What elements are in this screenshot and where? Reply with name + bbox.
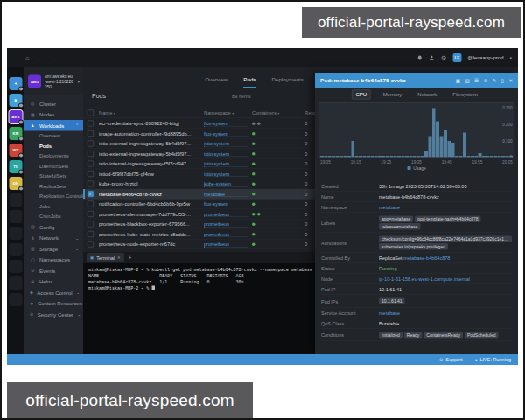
terminal-tab-close-icon[interactable]: ✕	[117, 256, 121, 260]
metrics-tab-cpu[interactable]: CPU	[352, 90, 371, 100]
row-checkbox[interactable]	[88, 161, 94, 167]
sidebar-item-security-center[interactable]: ⊘Security Center⌄	[24, 309, 83, 320]
sidebar-subitem-overview[interactable]: Overview	[24, 131, 83, 142]
terminal-tab[interactable]: ▣ Terminal ✕	[87, 253, 124, 262]
sidebar-subitem-daemonsets[interactable]: DaemonSets	[24, 161, 83, 172]
home-icon[interactable]: ⌂	[25, 54, 30, 61]
row-checkbox[interactable]	[88, 130, 94, 136]
namespace-link[interactable]: istio-system	[204, 150, 248, 157]
tab-deployments[interactable]: Deployments	[271, 77, 303, 88]
column-header-namespace[interactable]: Namespace▾	[204, 110, 248, 116]
sidebar-item-events[interactable]: ⊙Events	[24, 265, 83, 276]
settings-gear-icon[interactable]: ⚙	[441, 54, 447, 61]
sidebar-item-config[interactable]: ▤Config⌄	[24, 221, 83, 233]
hotbar-cluster-[interactable]: ✦	[10, 77, 23, 90]
detail-link[interactable]: metabase-b4b64c878	[403, 256, 450, 261]
column-header-containers[interactable]: Containers▾	[252, 110, 300, 116]
row-checkbox[interactable]	[88, 221, 94, 228]
hotbar-empty-slot[interactable]	[10, 276, 23, 290]
hotbar-empty-slot[interactable]	[10, 193, 23, 206]
hotbar-cluster-dd[interactable]: DD	[10, 177, 23, 190]
namespace-link[interactable]: istio-system	[204, 141, 248, 147]
live-status[interactable]: ● LIVE: Running	[475, 357, 511, 362]
namespace-link[interactable]: metabase	[204, 191, 248, 197]
hotbar-cluster-aw1[interactable]: AW1	[10, 110, 23, 123]
new-terminal-button[interactable]: +	[129, 255, 132, 262]
sidebar-subitem-pods[interactable]: Pods	[24, 141, 83, 151]
sidebar-subitem-cronjobs[interactable]: CronJobs	[24, 212, 83, 222]
metrics-tab-filesystem[interactable]: Filesystem	[449, 90, 481, 99]
sidebar-item-nodes[interactable]: ▦Nodes	[24, 109, 83, 121]
column-header-name[interactable]: Name▾	[99, 110, 200, 116]
account-name[interactable]: @lensapp-prod	[467, 55, 503, 61]
account-caret-icon[interactable]: ▾	[509, 55, 512, 60]
row-checkbox[interactable]	[88, 211, 94, 217]
account-avatar[interactable]: LE	[452, 53, 461, 62]
hotbar-empty-slot[interactable]	[10, 260, 23, 273]
row-checkbox[interactable]	[88, 181, 94, 187]
back-icon[interactable]: ←	[37, 54, 44, 61]
close-icon[interactable]: ✕	[508, 77, 513, 83]
namespace-link[interactable]: prometheus	[204, 221, 248, 228]
namespace-link[interactable]: flux-system	[204, 130, 248, 136]
detail-link[interactable]: metabase	[379, 205, 400, 210]
sidebar-subitem-replicasets[interactable]: ReplicaSets	[24, 181, 83, 192]
namespace-link[interactable]: prometheus	[204, 242, 248, 248]
sidebar-item-namespaces[interactable]: ▢Namespaces	[24, 255, 83, 266]
sidebar-item-workloads[interactable]: ▲Workloads⌃	[24, 120, 83, 131]
user-icon[interactable]	[429, 55, 435, 61]
shell-icon[interactable]: ▤	[466, 77, 470, 83]
sidebar-item-storage[interactable]: ▥Storage⌄	[24, 243, 83, 255]
notifications-bell-icon[interactable]	[417, 55, 424, 61]
tab-overview[interactable]: Overview	[205, 77, 228, 88]
row-checkbox[interactable]: ✓	[88, 191, 94, 197]
sidebar-item-helm[interactable]: ⊛Helm⌄	[24, 276, 83, 288]
support-button[interactable]: ⊙ Support	[439, 357, 462, 362]
sidebar-subitem-replication-controllers[interactable]: Replication Controllers	[24, 192, 83, 202]
metrics-tab-network[interactable]: Network	[414, 90, 440, 99]
namespace-link[interactable]: istio-system	[204, 161, 248, 167]
pod-details-titlebar: Pod: metabase-b4b64c878-cvvkz ▣▤☰⊙✎▯✕	[315, 73, 518, 88]
forward-icon[interactable]: →	[50, 54, 57, 61]
sidebar-subitem-deployments[interactable]: Deployments	[24, 151, 83, 162]
delete-icon[interactable]: ▯	[501, 77, 504, 83]
sidebar-item-label: Network	[39, 234, 59, 241]
row-checkbox[interactable]	[88, 231, 94, 237]
namespace-link[interactable]: flux-system	[204, 121, 248, 127]
hotbar-cluster-km[interactable]: KM	[10, 127, 23, 140]
select-all-checkbox[interactable]	[88, 109, 94, 116]
cluster-selector[interactable]: AW1 arn:aws:eks:eu-west-1:210226350... ▾	[24, 67, 83, 95]
hotbar-cluster-te[interactable]: TE	[10, 160, 23, 173]
metrics-tab-memory[interactable]: Memory	[380, 90, 406, 99]
sidebar-item-custom-resources[interactable]: ❖Custom Resources⌄	[24, 298, 83, 310]
edit-icon[interactable]: ✎	[493, 77, 497, 83]
hotbar-cluster-wt[interactable]: WT	[10, 144, 23, 157]
hotbar-empty-slot[interactable]	[10, 243, 23, 256]
namespace-link[interactable]: prometheus	[204, 231, 248, 237]
sidebar-item-cluster[interactable]: ◎Cluster	[24, 98, 83, 109]
sidebar-subitem-statefulsets[interactable]: StatefulSets	[24, 172, 83, 182]
detail-link[interactable]: ip-10-1-61-158.eu-west-1.compute.interna…	[379, 276, 470, 282]
row-checkbox[interactable]	[88, 201, 94, 207]
row-checkbox[interactable]	[88, 150, 94, 157]
namespace-link[interactable]: kube-system	[204, 181, 248, 187]
attach-icon[interactable]: ▣	[456, 77, 460, 83]
detail-link[interactable]: metabase	[379, 311, 400, 316]
logs-icon[interactable]: ☰	[474, 77, 479, 83]
row-checkbox[interactable]	[88, 141, 94, 147]
namespace-link[interactable]: prometheus	[204, 211, 248, 217]
namespace-link[interactable]: istio-system	[204, 171, 248, 177]
sidebar-item-access-control[interactable]: ◈Access Control⌄	[24, 287, 83, 298]
sidebar-item-network[interactable]: ⋔Network⌄	[24, 233, 83, 244]
tab-pods[interactable]: Pods	[243, 77, 256, 88]
row-checkbox[interactable]	[88, 242, 94, 248]
evict-icon[interactable]: ⊙	[484, 77, 488, 83]
sidebar-subitem-jobs[interactable]: Jobs	[24, 201, 83, 212]
hotbar-cluster-[interactable]: ≣	[10, 94, 23, 107]
namespace-link[interactable]: flux-system	[204, 201, 248, 207]
row-checkbox[interactable]	[88, 171, 94, 177]
row-checkbox[interactable]	[88, 121, 94, 127]
hotbar-empty-slot[interactable]	[10, 293, 23, 306]
hotbar-empty-slot[interactable]	[10, 210, 23, 223]
hotbar-empty-slot[interactable]	[10, 227, 23, 240]
